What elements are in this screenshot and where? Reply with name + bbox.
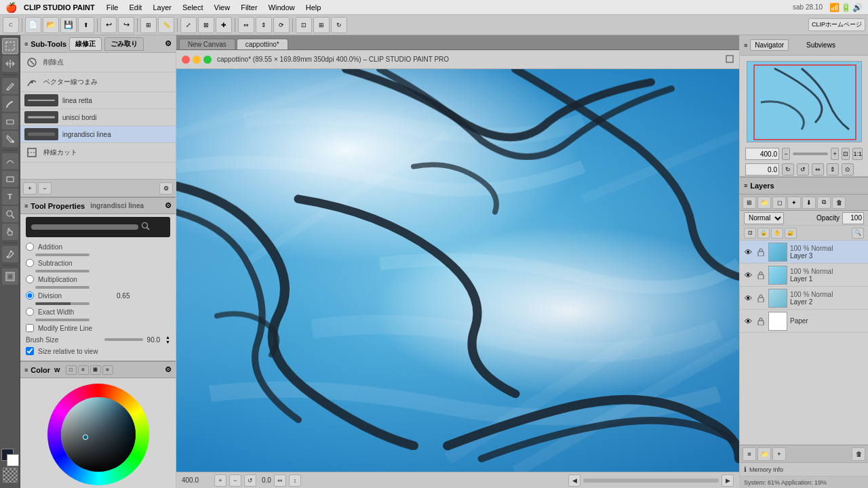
sub-tools-settings-icon[interactable]: ⚙ (165, 39, 172, 48)
layer-item[interactable]: 👁 Paper (740, 310, 868, 333)
scroll-left-btn[interactable]: ◀ (568, 474, 580, 487)
menu-window[interactable]: Window (264, 3, 300, 12)
toolbar-export-btn[interactable]: ⬆ (78, 17, 94, 33)
layer-item[interactable]: 👁 100 % Normal Layer 1 (740, 264, 868, 287)
prop-division-radio[interactable] (26, 291, 34, 300)
blend-mode-select[interactable]: Normal (744, 212, 784, 224)
layer-del-btn[interactable]: 🗑 (832, 197, 846, 209)
color-approx-btn[interactable]: ≈ (102, 365, 113, 375)
opacity-input[interactable] (842, 212, 864, 224)
layer-merge-btn[interactable]: ⬇ (802, 197, 816, 209)
window-close-btn[interactable] (182, 56, 190, 64)
toolbar-redo-btn[interactable]: ↪ (118, 17, 134, 33)
menu-help[interactable]: Help (301, 3, 326, 12)
menu-layer[interactable]: Layer (148, 3, 176, 12)
tool-brush[interactable] (2, 96, 18, 112)
list-item[interactable]: ingrandisci linea (20, 126, 176, 143)
tool-selection[interactable] (2, 38, 18, 54)
layer-eye-btn[interactable]: 👁 (743, 270, 753, 281)
canvas-window-expand-icon[interactable] (726, 55, 734, 64)
tab-navigator[interactable]: Navigator (750, 39, 789, 51)
menu-file[interactable]: File (102, 3, 123, 12)
toolbar-zoom-full-btn[interactable]: ⊞ (313, 17, 330, 33)
background-color[interactable] (7, 454, 19, 466)
canvas-viewport[interactable] (176, 69, 739, 472)
prop-modify-entire-check[interactable] (26, 324, 34, 332)
toolbar-undo-btn[interactable]: ↩ (100, 17, 117, 33)
lock-move-btn[interactable]: ✋ (771, 228, 783, 239)
toolbar-transform-btn[interactable]: ⤢ (180, 17, 197, 33)
lock-paint-btn[interactable]: 🔒 (757, 228, 770, 239)
nav-fit-btn[interactable]: ⊡ (842, 148, 850, 160)
color-wheel[interactable] (47, 384, 149, 485)
toolbar-ruler-btn[interactable]: 📏 (158, 17, 174, 33)
layer-settings-btn[interactable]: ≡ (743, 447, 756, 461)
nav-zoom-out-btn[interactable]: − (782, 148, 790, 160)
layer-mask-btn[interactable]: ◻ (772, 197, 786, 209)
tool-figure[interactable] (2, 171, 18, 187)
nav-rotate-input[interactable] (745, 163, 779, 176)
tool-props-settings-icon[interactable]: ⚙ (165, 201, 172, 210)
toolbar-rotate-btn[interactable]: ⟳ (273, 17, 290, 33)
tool-fill[interactable] (2, 131, 18, 147)
prop-brush-size-slider[interactable] (104, 338, 143, 341)
layer-lock-btn[interactable] (756, 247, 766, 257)
toolbar-move-btn[interactable]: ✚ (216, 17, 232, 33)
tool-eraser[interactable] (2, 113, 18, 129)
nav-rotate-ccw-btn[interactable]: ↺ (797, 163, 809, 176)
horizontal-scrollbar[interactable] (583, 479, 719, 483)
nav-zoom-slider[interactable] (793, 152, 828, 155)
color-mode-btn[interactable]: □ (66, 365, 77, 375)
prop-division-slider[interactable] (35, 302, 90, 305)
tab-cappottino[interactable]: cappottino* (237, 39, 288, 49)
color-sliders-btn[interactable]: ≡ (78, 365, 89, 375)
layer-copy-btn[interactable]: ⧉ (817, 197, 831, 209)
toolbar-zoom-fit-btn[interactable]: ⊡ (296, 17, 312, 33)
tool-zoom[interactable] (2, 206, 18, 222)
layer-lock-btn[interactable] (756, 317, 766, 326)
apple-menu[interactable]: 🍎 (5, 2, 17, 13)
tool-subview[interactable] (2, 268, 18, 285)
prop-subtraction-slider[interactable] (35, 270, 90, 272)
nav-zoom-input[interactable] (745, 148, 779, 160)
tool-pen[interactable] (2, 78, 18, 94)
mirror-btn[interactable]: ↕ (289, 474, 301, 487)
tool-move[interactable] (2, 56, 18, 72)
list-item[interactable]: linea retta (20, 92, 176, 109)
layer-del-layer-btn[interactable]: 🗑 (852, 447, 865, 461)
layer-folder-btn[interactable]: 📁 (757, 197, 771, 209)
nav-rotate-cw-btn[interactable]: ↻ (782, 163, 794, 176)
search-icon[interactable] (141, 222, 151, 232)
lock-transparent-btn[interactable]: ⊡ (744, 228, 756, 239)
tab-new-canvas[interactable]: New Canvas (179, 39, 235, 49)
zoom-in-btn[interactable]: + (214, 474, 226, 487)
prop-exact-width-slider[interactable] (35, 319, 90, 321)
menu-filter[interactable]: Filter (236, 3, 262, 12)
layer-effect-btn[interactable]: ✦ (787, 197, 801, 209)
menu-edit[interactable]: Edit (124, 3, 146, 12)
nav-100-btn[interactable]: 1:1 (852, 148, 863, 160)
window-minimize-btn[interactable] (193, 56, 201, 64)
layer-item[interactable]: 👁 100 % Normal Layer 3 (740, 241, 868, 264)
tool-add-btn[interactable]: + (23, 182, 37, 195)
color-set-btn[interactable]: ⊞ (90, 365, 101, 375)
transparent-color[interactable] (3, 468, 18, 483)
menu-view[interactable]: View (210, 3, 235, 12)
toolbar-grid-btn[interactable]: ⊞ (140, 17, 157, 33)
scroll-right-btn[interactable]: ▶ (722, 474, 734, 487)
layer-new-layer-btn[interactable]: + (772, 447, 786, 461)
layer-eye-btn[interactable]: 👁 (743, 247, 753, 258)
toolbar-save-btn[interactable]: 💾 (60, 17, 77, 33)
prop-addition-slider[interactable] (35, 253, 90, 256)
list-item[interactable]: 枠線カット (20, 143, 176, 163)
window-maximize-btn[interactable] (203, 56, 212, 64)
list-item[interactable]: 削除点 (20, 53, 176, 73)
brush-size-up-icon[interactable]: ▲ (165, 335, 170, 340)
color-wheel-inner[interactable] (61, 397, 136, 472)
toolbar-open-btn[interactable]: 📂 (43, 17, 59, 33)
lock-all-btn[interactable]: 🔐 (785, 228, 797, 239)
list-item[interactable]: ベクター線つまみ (20, 73, 176, 92)
brush-size-down-icon[interactable]: ▼ (165, 340, 170, 344)
prop-subtraction-radio[interactable] (26, 259, 34, 267)
zoom-out-btn[interactable]: − (229, 474, 241, 487)
